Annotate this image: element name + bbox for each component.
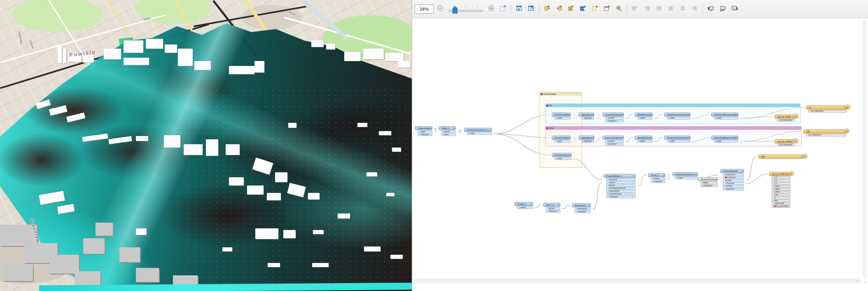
port-in-arrow-icon[interactable] xyxy=(700,182,701,184)
port-out-arrow-icon[interactable] xyxy=(623,117,624,119)
node-pcc4[interactable]: PointCloudCombiner_4Output xyxy=(672,172,698,179)
port-out-arrow-icon[interactable] xyxy=(652,141,653,142)
output-port-fmebasename[interactable]: fme_basename xyxy=(777,119,795,122)
output-port-output[interactable]: Output xyxy=(667,140,691,143)
node-w1[interactable]: 2dfme_basename xyxy=(806,106,847,113)
port-in-arrow-icon[interactable] xyxy=(714,141,714,142)
port-in-arrow-icon[interactable] xyxy=(606,179,607,181)
node-title[interactable]: 2dh xyxy=(803,129,846,134)
input-port-icon[interactable] xyxy=(464,129,464,131)
export-from-canvas-button[interactable] xyxy=(729,4,740,14)
collapse-toggle-icon[interactable] xyxy=(621,114,623,116)
port-in-arrow-icon[interactable] xyxy=(777,120,777,121)
port-out-arrow-icon[interactable] xyxy=(560,211,560,212)
port-in-arrow-icon[interactable] xyxy=(554,158,555,160)
node-title[interactable]: PointCloudExpressionEvaluator_3 xyxy=(711,113,738,117)
port-out-arrow-icon[interactable] xyxy=(847,110,847,112)
node-title[interactable]: RasterExtractor_4 xyxy=(635,136,653,140)
input-port-icon[interactable] xyxy=(604,175,604,177)
node-c5[interactable]: PointCloudComponentAdder_3Output xyxy=(664,113,691,120)
port-in-arrow-icon[interactable] xyxy=(606,182,607,183)
node-title[interactable]: PointCloudSplitter_4 xyxy=(552,136,571,140)
input-port-icon[interactable] xyxy=(552,137,552,138)
input-port-icon[interactable] xyxy=(439,127,439,129)
port-out-arrow-icon[interactable] xyxy=(570,141,571,142)
input-port-icon[interactable] xyxy=(672,174,673,175)
port-out-arrow-icon[interactable] xyxy=(432,131,432,133)
port-out-arrow-icon[interactable] xyxy=(455,134,456,136)
node-p5[interactable]: PointCloudComponentAdder_4Output xyxy=(664,136,691,143)
input-port-icon[interactable] xyxy=(720,170,721,172)
port-in-arrow-icon[interactable] xyxy=(723,185,723,187)
port-in-arrow-icon[interactable] xyxy=(605,120,605,122)
input-port-requestor[interactable]: Requestor xyxy=(606,178,636,181)
node-title[interactable]: PointCloudSplitter_3 xyxy=(552,113,571,117)
writer-badge-icon[interactable] xyxy=(845,129,849,134)
node-title[interactable]: Creator_2 xyxy=(514,202,533,206)
vertical-scrollbar[interactable]: ⌄ xyxy=(863,19,867,279)
output-port-m[interactable]: 2 m xyxy=(772,179,791,182)
output-port-output[interactable]: Output xyxy=(675,177,698,179)
node-mini2[interactable]: wet_dy_ts2dfhgfme_basename xyxy=(775,139,795,146)
output-port-passed[interactable]: Passed xyxy=(441,131,456,133)
port-in-arrow-icon[interactable] xyxy=(700,185,701,187)
node-p2[interactable]: Aggregator_4Aggregate xyxy=(579,136,594,143)
output-port-class[interactable]: Class5 xyxy=(772,188,791,190)
port-in-arrow-icon[interactable] xyxy=(667,141,667,142)
port-out-arrow-icon[interactable] xyxy=(492,133,492,134)
collapse-toggle-icon[interactable] xyxy=(568,114,570,116)
output-port-rejected[interactable]: <Rejected> xyxy=(418,134,432,136)
collapse-toggle-icon[interactable] xyxy=(735,137,737,139)
port-in-arrow-icon[interactable] xyxy=(651,181,651,183)
output-port-rejected[interactable]: <Rejected> xyxy=(651,181,665,183)
port-out-arrow-icon[interactable] xyxy=(790,177,791,178)
output-port-output[interactable]: Output xyxy=(418,131,432,133)
output-port-output[interactable]: Output xyxy=(714,140,738,143)
port-in-arrow-icon[interactable] xyxy=(772,191,772,193)
node-w2[interactable]: 2dhfme_basename xyxy=(803,129,846,136)
port-in-arrow-icon[interactable] xyxy=(808,110,809,112)
align-center-vertical-button[interactable] xyxy=(689,4,700,14)
port-out-arrow-icon[interactable] xyxy=(790,206,791,207)
port-out-arrow-icon[interactable] xyxy=(744,188,744,190)
input-port-icon[interactable] xyxy=(775,141,775,142)
node-title[interactable]: wet_dy_ts2dfh xyxy=(775,115,795,119)
node-merger[interactable]: FeatureMerger_1RequestorSupplierMergedUn… xyxy=(604,174,636,198)
port-out-arrow-icon[interactable] xyxy=(623,143,624,145)
port-out-arrow-icon[interactable] xyxy=(432,134,432,136)
port-out-arrow-icon[interactable] xyxy=(635,188,636,189)
input-port-icon[interactable] xyxy=(602,114,603,115)
sync-canvas-button[interactable] xyxy=(717,4,728,14)
output-port-unusedsupplier[interactable]: UnusedSupplier xyxy=(606,193,636,195)
port-out-arrow-icon[interactable] xyxy=(571,158,572,160)
port-out-arrow-icon[interactable] xyxy=(533,207,533,209)
output-port-passed[interactable]: Passed xyxy=(651,178,665,180)
node-p6[interactable]: PointCloudExpressionEvaluator_4Output xyxy=(711,136,738,143)
output-port-merged[interactable]: Merged xyxy=(606,184,636,187)
output-port-color[interactable]: color xyxy=(772,194,791,196)
port-in-arrow-icon[interactable] xyxy=(574,208,575,210)
zoom-slider[interactable] xyxy=(447,4,485,14)
node-reproj[interactable]: ReprojectorReprojected<Rejected> xyxy=(572,203,591,213)
collapse-toggle-icon[interactable] xyxy=(735,114,737,116)
workflow-canvas[interactable]: ⌄ › Klasyfikacja2D2DHFeatureReader_2Outp… xyxy=(412,18,868,291)
port-out-arrow-icon[interactable] xyxy=(790,197,791,199)
align-left-button[interactable] xyxy=(630,4,640,14)
node-title[interactable]: 2d xyxy=(806,106,847,110)
port-in-arrow-icon[interactable] xyxy=(637,117,637,119)
input-port-icon[interactable] xyxy=(602,137,603,138)
port-out-arrow-icon[interactable] xyxy=(455,131,456,133)
collapse-toggle-icon[interactable] xyxy=(663,174,665,176)
zoom-out-window-button[interactable] xyxy=(526,4,537,14)
node-title[interactable]: RasterCellCoercer xyxy=(698,177,718,181)
input-port-icon[interactable] xyxy=(769,173,770,175)
add-transformer-button[interactable] xyxy=(578,4,588,14)
output-port-fmebasename[interactable]: fme_basename xyxy=(806,134,846,136)
port-in-arrow-icon[interactable] xyxy=(605,117,605,119)
node-title[interactable]: PointCloudCombiner_2 xyxy=(464,128,492,132)
add-reader-writer-button[interactable] xyxy=(566,4,576,14)
node-title[interactable]: Aggregator_4 xyxy=(579,136,594,140)
run-with-inspection-button[interactable] xyxy=(614,4,624,14)
output-port-coerced[interactable]: Coerced xyxy=(605,140,624,143)
port-out-arrow-icon[interactable] xyxy=(795,144,795,146)
